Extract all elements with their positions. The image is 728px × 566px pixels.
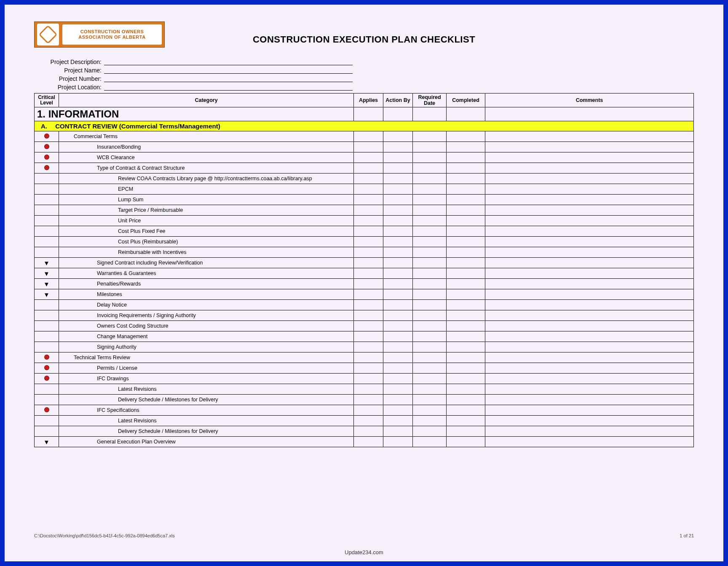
col-action: Action By <box>383 93 413 107</box>
category-text: Cost Plus (Reimbursable) <box>59 239 353 245</box>
site-label: Update234.com <box>5 549 723 555</box>
critical-dot-icon <box>45 376 49 380</box>
project-info-blank <box>104 84 353 91</box>
blank-cell <box>413 184 447 195</box>
critical-dot-icon <box>45 408 49 412</box>
blank-cell <box>383 310 413 321</box>
category-text: Owners Cost Coding Structure <box>59 323 353 329</box>
blank-cell <box>485 131 694 142</box>
blank-cell <box>485 279 694 289</box>
blank-cell <box>354 258 383 268</box>
blank-cell <box>447 216 485 226</box>
category-cell: Reimbursable with Incentives <box>59 247 354 258</box>
category-text: Delay Notice <box>59 302 353 308</box>
category-text: Unit Price <box>59 218 353 224</box>
critical-cell <box>35 426 59 437</box>
critical-cell <box>35 374 59 384</box>
col-category: Category <box>59 93 354 107</box>
header-row: Critical Level Category Applies Action B… <box>35 93 694 107</box>
blank-cell <box>413 237 447 247</box>
category-cell: Warranties & Guarantees <box>59 268 354 279</box>
col-required: Required Date <box>413 93 447 107</box>
table-row: WCB Clearance <box>35 152 694 163</box>
blank-cell <box>447 174 485 184</box>
document-frame: CONSTRUCTION OWNERS ASSOCIATION OF ALBER… <box>0 0 728 566</box>
category-text: Insurance/Bonding <box>59 144 353 150</box>
category-cell: Delivery Schedule / Milestones for Deliv… <box>59 395 354 405</box>
category-text: Latest Revisions <box>59 386 353 392</box>
critical-cell <box>35 300 59 310</box>
category-text: IFC Drawings <box>59 376 353 382</box>
blank-cell <box>447 321 485 331</box>
blank-cell <box>383 437 413 447</box>
blank-cell <box>413 331 447 342</box>
blank-cell <box>413 426 447 437</box>
blank-cell <box>413 174 447 184</box>
category-cell: Lump Sum <box>59 195 354 205</box>
blank-cell <box>447 142 485 152</box>
critical-cell <box>35 152 59 163</box>
blank-cell <box>383 205 413 216</box>
blank-cell <box>383 247 413 258</box>
table-row: Review COAA Contracts Library page @ htt… <box>35 174 694 184</box>
project-info-row: Project Name: <box>38 65 694 74</box>
blank-cell <box>354 131 383 142</box>
blank-cell <box>413 405 447 416</box>
blank-cell <box>485 184 694 195</box>
table-row: Invoicing Requirements / Signing Authori… <box>35 310 694 321</box>
category-cell: Penalties/Rewards <box>59 279 354 289</box>
expand-arrow-icon: ▼ <box>43 259 50 267</box>
blank-cell <box>354 426 383 437</box>
project-info-block: Project Description:Project Name:Project… <box>38 57 694 91</box>
blank-cell <box>413 247 447 258</box>
col-critical: Critical Level <box>35 93 59 107</box>
blank-cell <box>485 226 694 237</box>
blank-cell <box>413 342 447 352</box>
blank-cell <box>485 416 694 426</box>
critical-cell <box>35 216 59 226</box>
category-text: Type of Contract & Contract Structure <box>59 165 353 171</box>
critical-cell <box>35 184 59 195</box>
project-info-label: Project Name: <box>38 67 104 74</box>
category-cell: EPCM <box>59 184 354 195</box>
category-cell: Commercial Terms <box>59 131 354 142</box>
category-cell: Latest Revisions <box>59 384 354 395</box>
table-row: ▼Warranties & Guarantees <box>35 268 694 279</box>
critical-cell <box>35 195 59 205</box>
category-cell: Cost Plus Fixed Fee <box>59 226 354 237</box>
blank-cell <box>447 247 485 258</box>
blank-cell <box>485 268 694 279</box>
category-cell: Permits / License <box>59 363 354 374</box>
category-cell: Delay Notice <box>59 300 354 310</box>
blank-cell <box>383 300 413 310</box>
blank-cell <box>447 310 485 321</box>
blank-cell <box>485 142 694 152</box>
blank-cell <box>383 279 413 289</box>
category-text: Technical Terms Review <box>59 355 353 360</box>
table-row: Change Management <box>35 331 694 342</box>
project-info-blank <box>104 59 353 65</box>
blank-cell <box>354 216 383 226</box>
blank-cell <box>485 331 694 342</box>
blank-cell <box>354 195 383 205</box>
blank-cell <box>485 342 694 352</box>
table-row: Latest Revisions <box>35 384 694 395</box>
category-text: Latest Revisions <box>59 418 353 424</box>
blank-cell <box>354 352 383 363</box>
blank-cell <box>413 395 447 405</box>
subsection-heading-row: A. CONTRACT REVIEW (Commercial Terms/Man… <box>35 121 694 131</box>
subsection-letter: A. <box>35 123 54 130</box>
table-row: Delivery Schedule / Milestones for Deliv… <box>35 426 694 437</box>
category-cell: IFC Specifications <box>59 405 354 416</box>
blank-cell <box>354 416 383 426</box>
category-text: WCB Clearance <box>59 155 353 160</box>
category-cell: Target Price / Reimbursable <box>59 205 354 216</box>
blank-cell <box>447 416 485 426</box>
critical-cell <box>35 237 59 247</box>
blank-cell <box>354 279 383 289</box>
critical-cell: ▼ <box>35 258 59 268</box>
subsection-cell: A. CONTRACT REVIEW (Commercial Terms/Man… <box>35 121 694 131</box>
blank-cell <box>447 226 485 237</box>
blank-cell <box>383 195 413 205</box>
category-cell: Milestones <box>59 289 354 300</box>
